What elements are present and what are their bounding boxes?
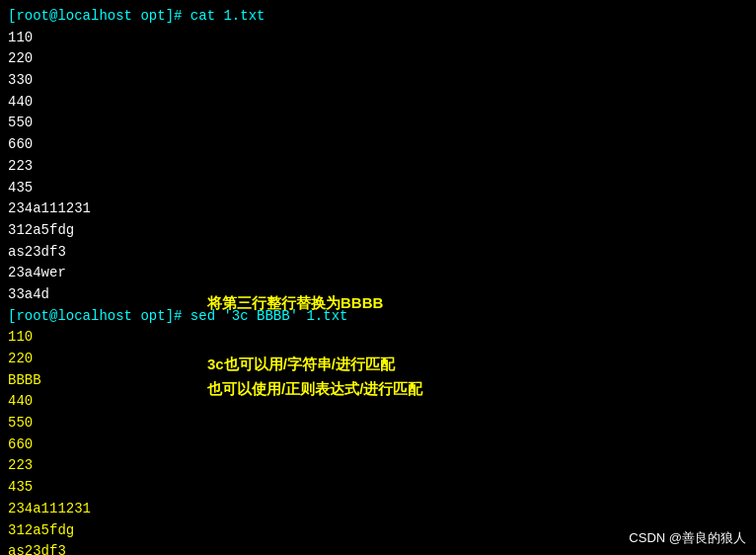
output-line-5: 550 [8,113,748,134]
output-line-8: 435 [8,178,748,199]
sed-output-8: 435 [8,477,748,499]
sed-output-7: 223 [8,455,748,477]
annotation-match1: 3c也可以用/字符串/进行匹配 [207,356,395,374]
output-line-2: 220 [8,48,748,70]
output-line-9: 234a111231 [8,198,748,220]
watermark: CSDN @善良的狼人 [629,529,746,547]
annotation-bbbb: 将第三行整行替换为BBBB [207,294,383,313]
output-line-11: as23df3 [8,242,748,264]
terminal: [root@localhost opt]# cat 1.txt 110 220 … [0,0,756,555]
sed-output-5: 550 [8,413,748,435]
annotation-match2: 也可以使用/正则表达式/进行匹配 [207,380,422,399]
output-line-1: 110 [8,28,748,49]
output-line-6: 660 [8,134,748,156]
sed-output-9: 234a111231 [8,499,748,520]
sed-output-1: 110 [8,327,748,349]
prompt-line-1: [root@localhost opt]# cat 1.txt [8,6,748,28]
sed-output-6: 660 [8,435,748,456]
output-line-7: 223 [8,156,748,178]
output-line-3: 330 [8,70,748,92]
output-line-12: 23a4wer [8,263,748,284]
output-line-4: 440 [8,92,748,114]
output-line-10: 312a5fdg [8,220,748,242]
